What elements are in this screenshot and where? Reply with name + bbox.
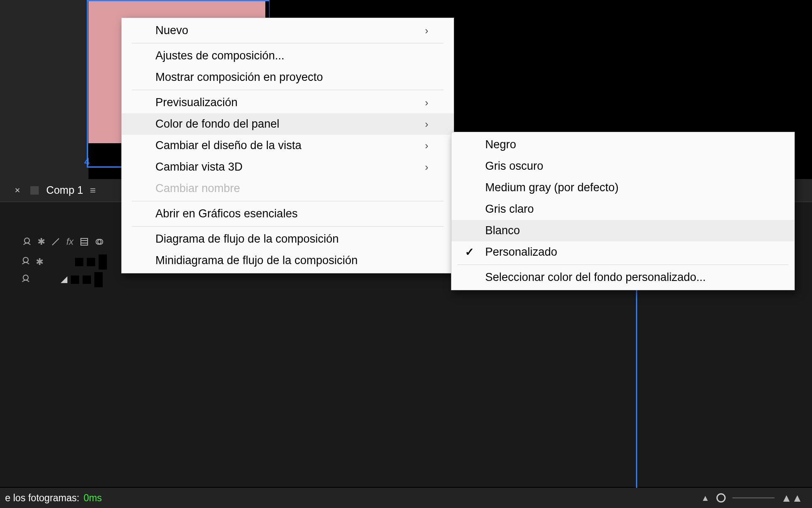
submenu-item-label: Gris claro [485, 203, 534, 216]
submenu-item[interactable]: Gris oscuro [451, 155, 794, 177]
submenu-item-label: Gris oscuro [485, 160, 543, 173]
menu-item[interactable]: Minidiagrama de flujo de la composición [122, 250, 454, 271]
menu-item-label: Ajustes de composición... [155, 49, 284, 62]
submenu-item-label: Seleccionar color del fondo personalizad… [485, 271, 706, 284]
menu-item-label: Cambiar vista 3D [155, 160, 243, 174]
menu-separator [132, 201, 443, 201]
menu-item-label: Diagrama de flujo de la composición [155, 233, 339, 246]
submenu-item-label: Blanco [485, 224, 520, 237]
menu-item: Cambiar nombre [122, 178, 454, 199]
chevron-right-icon: › [425, 97, 428, 109]
menu-item-label: Abrir en Gráficos esenciales [155, 207, 298, 220]
menu-item[interactable]: Mostrar composición en proyecto [122, 67, 454, 88]
menu-item[interactable]: Cambiar vista 3D› [122, 156, 454, 178]
menu-item[interactable]: Diagrama de flujo de la composición [122, 228, 454, 250]
check-icon: ✓ [465, 246, 474, 259]
menu-item-label: Previsualización [155, 96, 238, 109]
status-label: e los fotogramas: [5, 492, 79, 504]
submenu-item-label: Negro [485, 138, 516, 151]
menu-separator [132, 90, 443, 90]
status-bar: e los fotogramas: 0ms ▲ ▲▲ [0, 488, 812, 508]
menu-item[interactable]: Color de fondo del panel› [122, 113, 454, 135]
submenu-panel-bg-color: NegroGris oscuroMedium gray (por defecto… [451, 132, 795, 290]
menu-item-label: Cambiar el diseño de la vista [155, 139, 302, 152]
menu-item-label: Mostrar composición en proyecto [155, 71, 323, 84]
menu-item-label: Color de fondo del panel [155, 118, 279, 131]
menu-item-label: Minidiagrama de flujo de la composición [155, 254, 358, 267]
chevron-right-icon: › [425, 25, 428, 37]
sidebar-panel [0, 0, 88, 179]
menu-item[interactable]: Nuevo› [122, 20, 454, 41]
menu-item[interactable]: Cambiar el diseño de la vista› [122, 135, 454, 156]
status-value: 0ms [83, 492, 102, 504]
menu-item[interactable]: Abrir en Gráficos esenciales [122, 203, 454, 225]
submenu-item[interactable]: ✓Personalizado [451, 241, 794, 263]
submenu-item[interactable]: Gris claro [451, 198, 794, 220]
menu-separator [457, 265, 788, 265]
menu-item[interactable]: Ajustes de composición... [122, 45, 454, 67]
chevron-right-icon: › [425, 140, 428, 152]
menu-separator [132, 43, 443, 43]
submenu-item[interactable]: Seleccionar color del fondo personalizad… [451, 267, 794, 288]
context-menu: Nuevo›Ajustes de composición...Mostrar c… [121, 18, 454, 273]
menu-separator [132, 226, 443, 227]
zoom-scrubber-knob[interactable] [716, 493, 726, 503]
menu-item[interactable]: Previsualización› [122, 92, 454, 113]
submenu-item[interactable]: Medium gray (por defecto) [451, 177, 794, 198]
submenu-item[interactable]: Blanco [451, 220, 794, 241]
submenu-item-label: Personalizado [485, 246, 557, 259]
zoom-in-icon[interactable]: ▲▲ [781, 492, 803, 505]
chevron-right-icon: › [425, 161, 428, 173]
menu-item-label: Cambiar nombre [155, 182, 240, 195]
zoom-out-icon[interactable]: ▲ [701, 493, 710, 503]
menu-item-label: Nuevo [155, 24, 188, 37]
viewport-marker: 4 [84, 156, 95, 178]
zoom-slider-track[interactable] [732, 497, 775, 498]
submenu-item-label: Medium gray (por defecto) [485, 181, 619, 194]
submenu-item[interactable]: Negro [451, 134, 794, 155]
chevron-right-icon: › [425, 118, 428, 130]
